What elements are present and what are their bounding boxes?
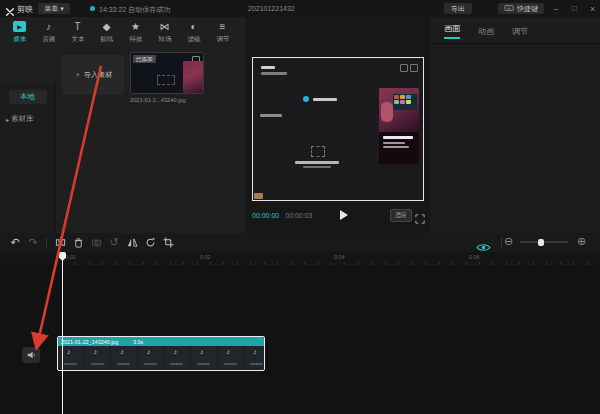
thumbnail-center-shape: [157, 75, 175, 85]
import-media-button[interactable]: ＋ 导入素材: [62, 55, 124, 95]
media-thumbnail: 已添加: [130, 52, 204, 94]
delete-button[interactable]: [69, 235, 87, 251]
tab-media[interactable]: ▶ 媒体: [5, 21, 34, 44]
tab-filter[interactable]: ◐ 滤镜: [179, 21, 208, 44]
preview-canvas[interactable]: [252, 57, 424, 201]
plus-icon: ＋: [74, 70, 81, 80]
clip-tile-thumb: ♪: [200, 348, 204, 355]
timeline-toolbar: ↶ ↷ ↺ ⊖ ⊕: [0, 233, 600, 253]
clip-tile-thumb: ♪: [253, 348, 257, 355]
clip-tile: ♪: [85, 346, 112, 368]
undo-button[interactable]: ↶: [6, 235, 24, 251]
preview-img-text: [295, 161, 339, 164]
clip-tile-caption: [144, 363, 157, 365]
clip-tile-caption: [170, 363, 183, 365]
inspector-tabs: 画面 动画 调节: [430, 17, 600, 39]
project-name: 202101221432: [248, 5, 295, 12]
autosave-status: 14:33:22 自动保存成功: [99, 5, 170, 15]
subnav-library[interactable]: ▸ 素材库: [6, 114, 55, 124]
preview-img-text: [261, 66, 275, 69]
media-icon: ▶: [13, 21, 26, 32]
audio-icon: ♪: [46, 21, 51, 32]
effects-icon: ★: [131, 21, 140, 32]
filter-icon: ◐: [190, 21, 196, 32]
timeline-zoom-slider[interactable]: [520, 241, 568, 243]
redo-button[interactable]: ↷: [24, 235, 42, 251]
media-card[interactable]: 已添加 2021-01-2...43240.jpg: [130, 52, 202, 103]
timeline-zoom-in-button[interactable]: ⊕: [577, 235, 586, 248]
clip-tile-thumb: ♪: [120, 348, 124, 355]
crop-button[interactable]: [159, 235, 177, 251]
clip-tile-thumb: ♪: [173, 348, 177, 355]
preview-img-webcam: [379, 88, 419, 164]
tab-sticker[interactable]: ◆ 贴纸: [92, 21, 121, 44]
timeline-zoom-out-button[interactable]: ⊖: [504, 235, 513, 248]
sticker-icon: ◆: [103, 21, 111, 32]
split-button[interactable]: [51, 235, 69, 251]
maximize-button[interactable]: □: [572, 4, 577, 13]
preview-img-text: [261, 72, 287, 75]
player-controls: 00:00:00 00:00:03 适应: [252, 207, 423, 223]
reverse-button[interactable]: ↺: [105, 235, 123, 251]
clip-tile-caption: [224, 363, 237, 365]
media-subnav: 本地 ▸ 素材库: [0, 82, 56, 250]
preview-img-text: [313, 98, 337, 101]
keyboard-icon: [504, 4, 514, 13]
inspector-panel: 画面 动画 调节: [430, 17, 600, 233]
added-badge: 已添加: [133, 55, 156, 63]
total-duration: 00:00:03: [285, 212, 312, 219]
tab-transition[interactable]: ⋈ 转场: [150, 21, 179, 44]
clip-tile: ♪: [111, 346, 138, 368]
preview-img-placeholder: [311, 146, 325, 157]
export-button[interactable]: 导出: [444, 3, 472, 14]
current-time: 00:00:00: [252, 212, 279, 219]
tab-audio[interactable]: ♪ 音频: [34, 21, 63, 44]
app-name: 剪映: [17, 4, 33, 15]
tab-adjust[interactable]: ≡ 调节: [208, 21, 237, 44]
zoom-slider-handle[interactable]: [538, 239, 544, 246]
menu-button[interactable]: 菜单▾: [38, 3, 70, 14]
tab-animation[interactable]: 动画: [478, 26, 494, 37]
rotate-button[interactable]: [141, 235, 159, 251]
adjust-icon: ≡: [220, 21, 226, 32]
clip-thumbnail-strip: ♪♪♪♪♪♪♪♪: [58, 346, 264, 368]
ruler-label: 0:06: [469, 254, 480, 259]
preview-img-text: [260, 114, 282, 117]
timeline-clip[interactable]: 2021-01-22_143240.jpg 3.0s ♪♪♪♪♪♪♪♪: [57, 336, 265, 371]
fullscreen-button[interactable]: [415, 210, 425, 228]
clip-header: 2021-01-22_143240.jpg 3.0s: [58, 337, 264, 346]
close-button[interactable]: ×: [590, 4, 595, 14]
clip-tile-thumb: ♪: [227, 348, 231, 355]
toolbar-divider: [501, 237, 502, 247]
media-tabs: ▶ 媒体 ♪ 音频 T 文本 ◆ 贴纸 ★ 特效 ⋈ 转场: [0, 17, 245, 44]
clip-tile-thumb: ♪: [94, 348, 98, 355]
chevron-down-icon: ▾: [60, 5, 64, 13]
minimize-button[interactable]: −: [553, 4, 558, 14]
ruler-label: 0:02: [200, 254, 211, 259]
tab-text[interactable]: T 文本: [63, 21, 92, 44]
timeline-body: 2021-01-22_143240.jpg 3.0s ♪♪♪♪♪♪♪♪: [0, 265, 600, 414]
autosave-dot-icon: [90, 6, 95, 11]
capcut-window: 剪映 菜单▾ 14:33:22 自动保存成功 202101221432 导出 快…: [0, 0, 600, 414]
fit-ratio-button[interactable]: 适应: [390, 209, 412, 222]
shortcuts-button[interactable]: 快捷键: [498, 3, 544, 14]
clip-tile-thumb: ♪: [147, 348, 151, 355]
preview-panel: 00:00:00 00:00:03 适应: [245, 17, 431, 233]
subnav-local[interactable]: 本地: [9, 90, 47, 104]
tab-effects[interactable]: ★ 特效: [121, 21, 150, 44]
timeline-ruler[interactable]: 0:000:020:040:060:08: [0, 252, 600, 265]
text-icon: T: [74, 21, 80, 32]
clip-tile-caption: [250, 363, 263, 365]
play-button[interactable]: [340, 210, 348, 220]
media-panel: ▶ 媒体 ♪ 音频 T 文本 ◆ 贴纸 ★ 特效 ⋈ 转场: [0, 17, 246, 233]
mirror-button[interactable]: [123, 235, 141, 251]
tab-picture[interactable]: 画面: [444, 23, 460, 39]
preview-img-corner-fragment: [254, 193, 263, 199]
tab-adjustment[interactable]: 调节: [512, 26, 528, 37]
track-mute-button[interactable]: [22, 347, 40, 363]
freeze-frame-button[interactable]: [87, 235, 105, 251]
preview-img-icon: [400, 64, 408, 72]
clip-name: 2021-01-22_143240.jpg: [61, 339, 118, 344]
preview-img-text: [303, 166, 331, 168]
clip-tile: ♪: [244, 346, 265, 368]
